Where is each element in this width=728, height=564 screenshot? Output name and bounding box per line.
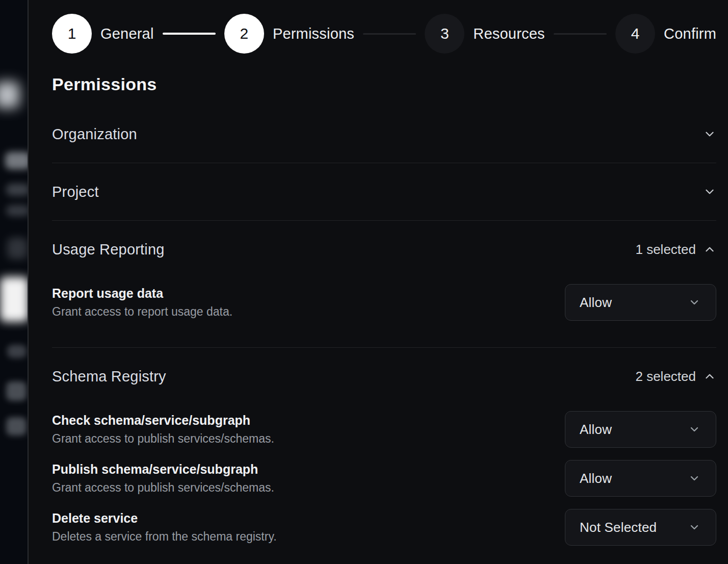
section-title: Usage Reporting: [52, 241, 165, 258]
section-title: Schema Registry: [52, 368, 166, 385]
permission-select-check-schema[interactable]: Allow: [565, 411, 716, 448]
permission-select-report-usage-data[interactable]: Allow: [565, 284, 716, 321]
permission-row: Publish schema/service/subgraph Grant ac…: [52, 460, 716, 497]
blurred-white-button: [0, 277, 28, 322]
permission-select-publish-schema[interactable]: Allow: [565, 460, 716, 497]
permission-description: Grant access to publish services/schemas…: [52, 480, 274, 495]
permission-description: Grant access to publish services/schemas…: [52, 431, 274, 446]
blurred-text-line: [6, 184, 28, 196]
select-value: Not Selected: [580, 520, 657, 535]
step-connector-upcoming: [554, 33, 607, 35]
select-value: Allow: [580, 295, 612, 311]
permission-row: Delete service Deletes a service from th…: [52, 509, 716, 546]
permission-title: Report usage data: [52, 286, 232, 301]
step-general[interactable]: 1 General: [52, 14, 154, 54]
selected-count-badge: 1 selected: [635, 242, 696, 258]
chevron-up-icon: [703, 370, 716, 383]
permission-title: Check schema/service/subgraph: [52, 413, 274, 428]
step-number-badge: 1: [52, 14, 92, 54]
section-project-header[interactable]: Project: [52, 183, 716, 201]
chevron-up-icon: [703, 243, 716, 256]
section-usage-reporting: Usage Reporting 1 selected Report usage …: [52, 221, 716, 348]
step-confirm[interactable]: 4 Confirm: [615, 14, 716, 54]
blurred-menu-item: [6, 381, 27, 401]
select-value: Allow: [580, 471, 612, 486]
background-page-blur: [0, 0, 28, 564]
blurred-logo: [0, 82, 19, 108]
section-title: Project: [52, 184, 99, 200]
section-organization: Organization: [52, 106, 716, 163]
step-connector-upcoming: [363, 33, 416, 35]
permission-select-delete-service[interactable]: Not Selected: [565, 509, 716, 546]
permission-row: Report usage data Grant access to report…: [52, 284, 716, 321]
step-connector-complete: [163, 33, 216, 35]
step-label: General: [100, 25, 154, 42]
section-title: Organization: [52, 126, 137, 143]
wizard-stepper: 1 General 2 Permissions 3 Resources 4 Co…: [52, 14, 716, 54]
chevron-down-icon: [703, 185, 716, 198]
step-resources[interactable]: 3 Resources: [425, 14, 544, 54]
section-usage-reporting-header[interactable]: Usage Reporting 1 selected: [52, 240, 716, 259]
chevron-down-icon: [688, 423, 700, 435]
section-project: Project: [52, 163, 716, 221]
section-schema-registry-header[interactable]: Schema Registry 2 selected: [52, 367, 716, 386]
permission-title: Delete service: [52, 510, 277, 526]
permission-row: Check schema/service/subgraph Grant acce…: [52, 411, 716, 448]
step-number-badge: 2: [224, 14, 264, 54]
step-label: Resources: [473, 25, 544, 42]
chevron-down-icon: [688, 521, 700, 533]
step-label: Permissions: [273, 25, 354, 42]
section-schema-registry: Schema Registry 2 selected Check schema/…: [52, 348, 716, 564]
permission-description: Grant access to report usage data.: [52, 304, 232, 319]
step-number-badge: 4: [615, 14, 655, 54]
selected-count-badge: 2 selected: [635, 369, 696, 384]
step-label: Confirm: [664, 25, 716, 42]
step-number-badge: 3: [425, 14, 464, 54]
permission-sections: Organization Project Usage Reporting 1 s…: [52, 106, 716, 564]
chevron-down-icon: [688, 296, 700, 309]
blurred-menu-item: [7, 345, 27, 358]
select-value: Allow: [580, 422, 612, 438]
chevron-down-icon: [688, 472, 700, 484]
page-title: Permissions: [52, 74, 716, 94]
permission-description: Deletes a service from the schema regist…: [52, 529, 277, 544]
blurred-heading: [5, 152, 28, 169]
blurred-menu-item: [6, 417, 27, 435]
create-token-wizard-panel: 1 General 2 Permissions 3 Resources 4 Co…: [29, 0, 728, 564]
blurred-card: [7, 238, 28, 259]
step-permissions[interactable]: 2 Permissions: [224, 14, 354, 54]
section-organization-header[interactable]: Organization: [52, 125, 716, 143]
blurred-text-line: [6, 205, 28, 216]
permission-title: Publish schema/service/subgraph: [52, 462, 274, 477]
chevron-down-icon: [703, 127, 716, 141]
